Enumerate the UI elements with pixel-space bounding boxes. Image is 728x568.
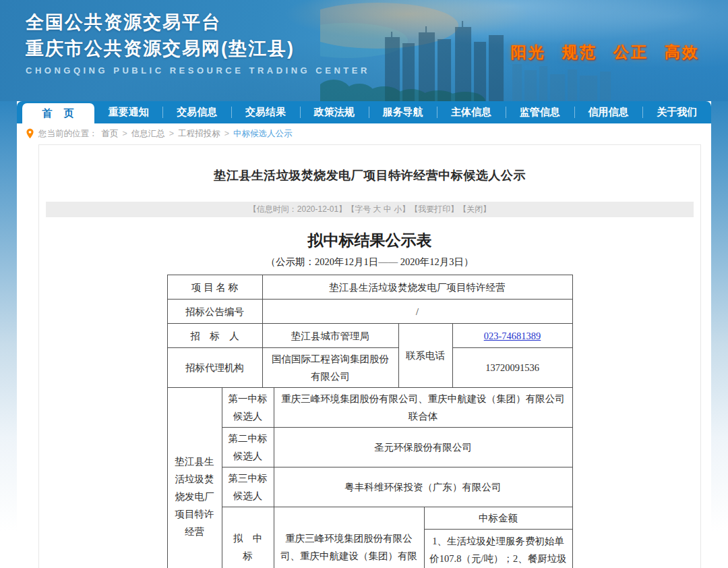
info-time: 【信息时间：2020-12-01】 (249, 204, 346, 215)
candidate-3-label: 第三中标候选人 (222, 467, 274, 507)
table-row: 招标代理机构 国信国际工程咨询集团股份有限公司 13720091536 (167, 348, 572, 388)
site-branding: 全国公共资源交易平台 重庆市公共资源交易网(垫江县) CHONGQING PUB… (26, 9, 370, 76)
tenderer-value: 垫江县城市管理局 (262, 324, 398, 348)
agency-value: 国信国际工程咨询集团股份有限公司 (262, 348, 398, 388)
breadcrumb-separator: > (123, 129, 127, 138)
breadcrumb-item-home[interactable]: 首页 (102, 128, 119, 140)
tenderer-phone-link[interactable]: 023-74681389 (484, 331, 541, 341)
proposed-winner-label: 拟 中 标 人 (222, 507, 274, 568)
close-button[interactable]: 【关闭】 (458, 204, 491, 215)
candidate-2-name: 圣元环保股份有限公司 (274, 428, 572, 467)
nav-tab-home[interactable]: 首 页 (22, 103, 94, 123)
table-row: 招标公告编号 / (167, 300, 572, 324)
notice-number-value: / (262, 300, 572, 324)
breadcrumb: 您当前的位置： 首页 > 信息汇总 > 工程招投标 > 中标候选人公示 (17, 123, 711, 144)
candidate-1-name: 重庆三峰环境集团股份有限公司、重庆中航建设（集团）有限公司联合体 (274, 388, 572, 428)
bid-info-table-upper: 项 目 名 称 垫江县生活垃圾焚烧发电厂项目特许经营 招标公告编号 / 招 标 … (167, 275, 573, 388)
article-panel: 垫江县生活垃圾焚烧发电厂项目特许经营中标候选人公示 【信息时间：2020-12-… (38, 144, 701, 568)
site-subtitle-en: CHONGQING PUBLIC RESOURCE TRADING CENTER (26, 65, 370, 76)
nav-tab-supervision-info[interactable]: 监管信息 (506, 101, 574, 123)
project-name-label: 项 目 名 称 (167, 275, 262, 300)
notice-number-label: 招标公告编号 (167, 300, 262, 324)
nav-tab-service-guide[interactable]: 服务导航 (369, 101, 437, 123)
breadcrumb-item-info-summary[interactable]: 信息汇总 (131, 128, 165, 140)
breadcrumb-prefix: 您当前的位置： (38, 128, 98, 140)
nav-tab-important-notices[interactable]: 重要通知 (94, 101, 163, 123)
table-row: 第三中标候选人 粤丰科维环保投资（广东）有限公司 (167, 467, 572, 507)
candidate-1-label: 第一中标候选人 (222, 388, 274, 428)
site-header: 全国公共资源交易平台 重庆市公共资源交易网(垫江县) CHONGQING PUB… (0, 0, 728, 101)
project-name-value: 垫江县生活垃圾焚烧发电厂项目特许经营 (262, 275, 572, 300)
bid-info-table-lower: 垫江县生活垃圾焚烧发电厂项目特许经营 第一中标候选人 重庆三峰环境集团股份有限公… (167, 387, 573, 568)
candidate-2-label: 第二中标候选人 (222, 428, 274, 467)
project-group-label: 垫江县生活垃圾焚烧发电厂项目特许经营 (167, 388, 222, 568)
header-slogan: 阳光 规范 公正 高效 (511, 42, 700, 63)
tenderer-label: 招 标 人 (167, 324, 262, 348)
award-amount-label: 中标金额 (424, 507, 572, 530)
table-row: 第二中标候选人 圣元环保股份有限公司 (167, 428, 572, 467)
article-title: 垫江县生活垃圾焚烧发电厂项目特许经营中标候选人公示 (39, 167, 700, 183)
site-title-line1: 全国公共资源交易平台 (26, 9, 370, 36)
breadcrumb-separator: > (169, 129, 174, 138)
table-row: 招 标 人 垫江县城市管理局 联系电话 023-74681389 (167, 324, 572, 348)
nav-tab-entity-info[interactable]: 主体信息 (437, 101, 506, 123)
content-wrapper: 首 页 重要通知 交易信息 交易结果 政策法规 服务导航 主体信息 监管信息 信… (17, 101, 711, 568)
slogan-word: 高效 (665, 42, 700, 63)
contact-phone-label: 联系电话 (398, 324, 452, 388)
publicity-period: （公示期：2020年12月1日—— 2020年12月3日） (39, 256, 700, 268)
agency-label: 招标代理机构 (167, 348, 262, 388)
nav-tab-trade-info[interactable]: 交易信息 (162, 101, 231, 123)
slogan-word: 公正 (613, 42, 648, 63)
breadcrumb-item-current[interactable]: 中标候选人公示 (233, 128, 293, 140)
article-meta-bar: 【信息时间：2020-12-01】 【字号 大 中 小】 【我要打印】 【关闭】 (46, 202, 694, 217)
nav-tab-trade-results[interactable]: 交易结果 (231, 101, 300, 123)
result-table-title: 拟中标结果公示表 (39, 230, 700, 251)
tenderer-phone-cell: 023-74681389 (452, 324, 572, 348)
print-button[interactable]: 【我要打印】 (410, 204, 458, 215)
breadcrumb-item-engineering-bidding[interactable]: 工程招投标 (178, 128, 220, 140)
table-row: 拟 中 标 人 重庆三峰环境集团股份有限公司、重庆中航建设（集团）有限公司联合体… (167, 507, 572, 530)
breadcrumb-separator: > (224, 129, 229, 138)
table-row: 垫江县生活垃圾焚烧发电厂项目特许经营 第一中标候选人 重庆三峰环境集团股份有限公… (167, 388, 572, 428)
site-title-line2: 重庆市公共资源交易网(垫江县) (26, 36, 370, 62)
slogan-word: 规范 (562, 42, 597, 63)
nav-tab-policies[interactable]: 政策法规 (300, 101, 369, 123)
main-navigation: 首 页 重要通知 交易信息 交易结果 政策法规 服务导航 主体信息 监管信息 信… (17, 101, 711, 123)
location-pin-icon (26, 128, 34, 139)
proposed-winner-name: 重庆三峰环境集团股份有限公司、重庆中航建设（集团）有限公司联合体 (274, 507, 424, 568)
nav-tab-about-us[interactable]: 关于我们 (642, 101, 711, 123)
table-row: 项 目 名 称 垫江县生活垃圾焚烧发电厂项目特许经营 (167, 275, 572, 300)
candidate-3-name: 粤丰科维环保投资（广东）有限公司 (274, 467, 572, 507)
agency-phone-value: 13720091536 (452, 348, 572, 388)
nav-tab-credit-info[interactable]: 信用信息 (574, 101, 643, 123)
font-size-controls[interactable]: 【字号 大 中 小】 (346, 204, 410, 215)
award-amount-detail: 1、生活垃圾处理服务费初始单价107.8（元/吨）；2、餐厨垃圾处理服务费初始单… (424, 530, 572, 568)
slogan-word: 阳光 (511, 42, 546, 63)
